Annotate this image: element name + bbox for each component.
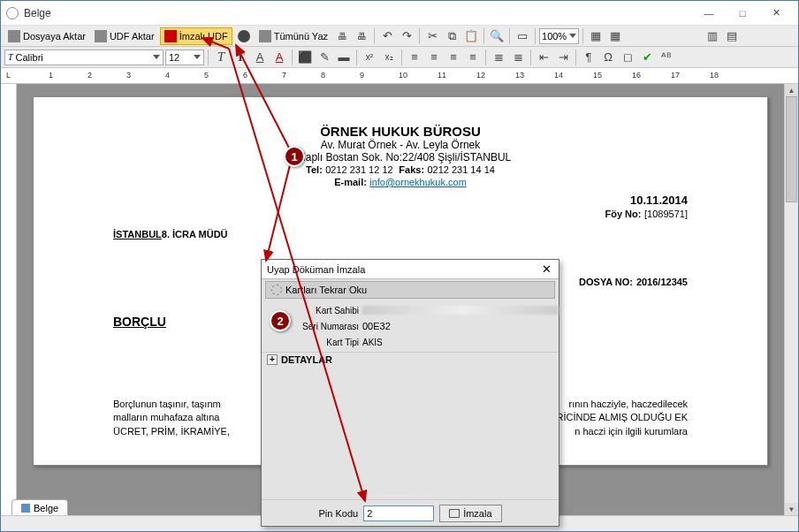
separator [582, 28, 583, 44]
dialog-close-button[interactable]: ✕ [539, 262, 553, 276]
align-left-button[interactable]: ≡ [406, 49, 423, 66]
scroll-thumb[interactable] [786, 96, 797, 202]
reread-cards-button[interactable]: Kartları Tekrar Oku [265, 281, 555, 299]
print-button[interactable]: 🖶 [333, 27, 351, 45]
tool-e-button[interactable]: ▥ [704, 27, 721, 45]
email-link[interactable]: info@ornekhukuk.com [369, 177, 467, 187]
fill-button[interactable]: ▬ [335, 49, 353, 66]
separator [535, 28, 536, 44]
marker-button[interactable]: ✎ [316, 49, 333, 66]
ruler-tick: 16 [632, 71, 641, 80]
align-center-button[interactable]: ≡ [425, 49, 443, 66]
type-value: AKIS [362, 338, 559, 347]
close-button[interactable]: ✕ [759, 4, 793, 23]
udf-aktar-button[interactable]: UDF Aktar [91, 27, 158, 45]
preview-icon: 🖶 [357, 31, 367, 42]
court-rest: 8. İCRA MÜDÜ [162, 229, 228, 239]
pin-input[interactable] [363, 505, 434, 521]
owner-row: Kart Sahibi [262, 302, 559, 318]
cut-button[interactable]: ✂ [423, 27, 441, 45]
ruler-tick: 13 [515, 71, 524, 80]
scroll-up-arrow[interactable]: ▲ [785, 84, 798, 96]
foy-line: Föy No: [1089571] [113, 207, 688, 220]
shape-button[interactable]: ◻ [619, 49, 636, 66]
justify-button[interactable]: ≡ [464, 49, 482, 66]
sign-label: İmzala [463, 508, 491, 519]
court-city: İSTANBUL [113, 229, 162, 239]
dialog-body [262, 367, 559, 499]
dialog-title: Uyap Döküman İmzala [267, 264, 539, 275]
vertical-scrollbar[interactable]: ▲ ▼ [784, 84, 798, 515]
body-l1: Borçlunun taşınır, taşınm [113, 398, 221, 411]
sign-icon [164, 30, 177, 42]
dosya-no: 2016/12345 [636, 277, 688, 287]
ruler-tick: 2 [88, 71, 92, 80]
details-label: DETAYLAR [281, 354, 332, 365]
tool-f-button[interactable]: ▤ [723, 27, 741, 45]
separator [419, 28, 420, 44]
table-button[interactable]: ▦ [587, 27, 605, 45]
maximize-button[interactable]: □ [726, 4, 759, 23]
spell-button[interactable]: ᴬᴮ [658, 49, 675, 66]
superscript-button[interactable]: x² [361, 49, 378, 66]
ruler-tick: 11 [438, 71, 446, 80]
number-list-button[interactable]: ≣ [509, 49, 527, 66]
font-name-select[interactable]: TCalibri [4, 49, 164, 65]
print-preview-button[interactable]: 🖶 [353, 27, 370, 45]
font-color-button[interactable]: A [270, 49, 288, 66]
body-r1: rının hacziyle, haczedilecek [568, 398, 688, 411]
ruler-tick: 9 [360, 71, 364, 80]
font-size-select[interactable]: 12 [165, 49, 204, 65]
separator [208, 49, 209, 65]
find-button[interactable]: 🔍 [488, 27, 506, 45]
zoom-value: 100% [542, 31, 567, 42]
highlight-button[interactable]: ⬛ [296, 49, 314, 66]
undo-button[interactable]: ↶ [378, 27, 396, 45]
zoom-select[interactable]: 100% [539, 28, 579, 44]
tool-c-button[interactable] [665, 27, 682, 45]
ruler-tick: 12 [476, 71, 485, 80]
ruler-tick: 1 [49, 71, 53, 80]
copy-button[interactable]: ⧉ [443, 27, 460, 45]
align-right-button[interactable]: ≡ [445, 49, 462, 66]
tool-a-button[interactable] [626, 27, 643, 45]
image-button[interactable]: ▭ [514, 27, 531, 45]
tumunu-yaz-button[interactable]: Tümünü Yaz [255, 27, 331, 45]
paste-button[interactable]: 📋 [462, 27, 480, 45]
imzali-udf-button[interactable]: İmzalı UDF [160, 27, 232, 45]
spinner-icon [271, 285, 282, 295]
document-tab[interactable]: Belge [11, 499, 68, 515]
email-label: E-mail: [334, 177, 367, 187]
dropdown-icon [194, 55, 201, 59]
tool-b-button[interactable] [645, 27, 663, 45]
doc-tab-label: Belge [34, 503, 58, 513]
dosya-label: DOSYA NO: [579, 277, 633, 287]
address-line: Dolaplı Bostan Sok. No:22/408 Şişli/İSTA… [113, 151, 688, 163]
sign-button[interactable]: İmzala [439, 505, 501, 522]
grid-button[interactable]: ▦ [606, 27, 624, 45]
separator [374, 28, 375, 44]
bold-button[interactable]: T [232, 49, 249, 66]
underline-button[interactable]: A [251, 49, 269, 66]
minimize-button[interactable]: — [692, 4, 726, 23]
serial-value: 00E32 [362, 321, 559, 331]
symbol-button[interactable]: Ω [599, 49, 617, 66]
dosyaya-aktar-button[interactable]: Dosyaya Aktar [4, 27, 89, 45]
tool-g-button[interactable] [742, 27, 760, 45]
scroll-down-arrow[interactable]: ▼ [785, 503, 798, 515]
indent-more-button[interactable]: ⇥ [554, 49, 572, 66]
subscript-button[interactable]: x₂ [380, 49, 398, 66]
tool-d-button[interactable] [684, 27, 702, 45]
bullet-list-button[interactable]: ≣ [490, 49, 507, 66]
redo-button[interactable]: ↷ [398, 27, 415, 45]
details-toggle[interactable]: + DETAYLAR [262, 352, 559, 367]
print-all-icon [259, 30, 271, 42]
pilcrow-button[interactable]: ¶ [580, 49, 597, 66]
ruler-tick: 3 [126, 71, 131, 80]
reload-button[interactable] [234, 27, 254, 45]
check-button[interactable]: ✔ [638, 49, 656, 66]
imzali-udf-label: İmzalı UDF [179, 31, 228, 42]
italic-button[interactable]: T [212, 49, 230, 66]
indent-less-button[interactable]: ⇤ [535, 49, 552, 66]
type-row: Kart Tipi AKIS [262, 334, 559, 350]
